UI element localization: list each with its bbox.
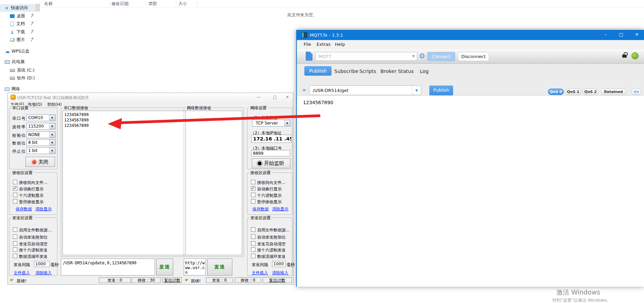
save-data-link[interactable]: 保存数据 xyxy=(16,206,32,212)
net-interval-input[interactable]: 1000 xyxy=(272,261,286,267)
net-clear-display-link[interactable]: 清除显示 xyxy=(272,206,288,212)
net-recv-textarea[interactable] xyxy=(185,111,242,255)
net-auto-linefeed-checkbox[interactable] xyxy=(251,186,255,191)
column-header-date[interactable]: 修改日期 xyxy=(111,0,128,7)
dropdown-arrow-icon[interactable] xyxy=(49,115,55,120)
hex-display-checkbox[interactable] xyxy=(13,193,17,197)
qos2-button[interactable]: QoS 2 xyxy=(583,89,598,95)
mqtt-menu-help[interactable]: Help xyxy=(335,42,345,47)
mqtt-maximize-button[interactable]: □ xyxy=(613,30,629,40)
net-auto-clear-checkbox[interactable] xyxy=(251,241,255,246)
auto-linefeed-checkbox[interactable] xyxy=(13,186,17,191)
net-send-button[interactable]: 发送 xyxy=(207,259,232,276)
serial-send-button[interactable]: 发送 xyxy=(156,259,173,276)
load-file-link[interactable]: 文件载入 xyxy=(14,270,30,276)
tab-subscribe[interactable]: Subscribe xyxy=(334,69,358,74)
usr-menu-options[interactable]: 选项(O) xyxy=(28,102,42,108)
serial-recv-textarea[interactable]: 1234567890 1234567890 1234567890 xyxy=(62,111,190,255)
sidebar-item-downloads[interactable]: ↓ 下载 xyxy=(0,28,35,36)
sidebar-item-drive-d[interactable]: 软件 (D:) xyxy=(0,74,35,82)
usr-menu-help[interactable]: 帮助(H) xyxy=(47,102,61,108)
usr-maximize-button[interactable]: □ xyxy=(269,93,281,101)
interval-input[interactable]: 1000 xyxy=(34,261,50,267)
local-ip-input[interactable]: 172.16 .11 .45 xyxy=(251,135,291,143)
dropdown-arrow-icon[interactable] xyxy=(49,140,55,145)
recv-to-file-checkbox[interactable] xyxy=(13,180,17,184)
column-header-size[interactable]: 大小 xyxy=(178,0,187,7)
sidebar-scrollbar[interactable] xyxy=(35,4,40,12)
protocol-select[interactable]: TCP Server xyxy=(252,119,291,127)
parity-select[interactable]: NONE xyxy=(26,131,56,138)
clear-input-link[interactable]: 清除输入 xyxy=(35,270,52,276)
net-auto-send-suffix-checkbox[interactable] xyxy=(251,234,255,239)
net-recv-to-file-checkbox[interactable] xyxy=(251,180,255,184)
loop-send-checkbox[interactable] xyxy=(13,254,17,258)
dropdown-arrow-icon[interactable]: ▼ xyxy=(412,54,415,58)
tab-broker-status[interactable]: Broker Status xyxy=(380,69,414,74)
data-bits-select[interactable]: 8 bit xyxy=(26,139,56,146)
profile-select[interactable]: MQTT ▼ xyxy=(315,52,417,61)
sidebar-item-documents[interactable]: 文档 xyxy=(0,20,35,28)
baud-rate-select[interactable]: 115200 xyxy=(26,123,56,130)
sidebar-item-network[interactable]: 网络 xyxy=(0,85,35,93)
publish-options-gear-button[interactable]: ⚙▾ xyxy=(631,89,641,95)
mqtt-menu-extras[interactable]: Extras xyxy=(317,42,330,47)
hex-send-checkbox[interactable] xyxy=(13,247,17,252)
close-serial-button[interactable]: 关闭 xyxy=(25,157,55,167)
tab-scripts[interactable]: Scripts xyxy=(359,69,376,74)
mqtt-titlebar[interactable]: MQTT.fx - 1.3.1 – □ ✕ xyxy=(297,30,644,40)
clear-display-link[interactable]: 清除显示 xyxy=(35,206,52,212)
auto-send-suffix-checkbox[interactable] xyxy=(13,234,17,239)
connect-button[interactable]: Connect xyxy=(427,52,455,61)
stop-bits-select[interactable]: 1 bit xyxy=(26,147,56,154)
collapse-chevron-icon[interactable]: » xyxy=(302,87,306,93)
retained-button[interactable]: Retained xyxy=(601,89,626,95)
net-hex-display-checkbox[interactable] xyxy=(251,193,255,197)
net-file-data-source-checkbox[interactable] xyxy=(251,227,255,232)
disconnect-button[interactable]: Disconnect xyxy=(458,52,489,61)
usr-minimize-button[interactable]: — xyxy=(253,93,264,101)
sidebar-item-desktop[interactable]: 桌面 xyxy=(0,12,35,20)
serial-send-input[interactable]: /USR-DR514/update,0,1234567890 xyxy=(61,259,155,276)
net-loop-send-checkbox[interactable] xyxy=(251,254,255,258)
usr-close-button[interactable]: ✕ xyxy=(282,93,293,101)
pause-recv-checkbox[interactable] xyxy=(13,199,17,204)
publish-topic-input[interactable]: /USR-DR514/get ▼ xyxy=(309,86,421,95)
mqtt-close-button[interactable]: ✕ xyxy=(629,30,644,40)
dropdown-arrow-icon[interactable]: ▼ xyxy=(412,86,421,95)
publish-button[interactable]: Publish xyxy=(429,86,453,95)
net-load-file-link[interactable]: 文件载入 xyxy=(252,270,268,276)
settings-gear-icon[interactable]: ⚙ xyxy=(419,52,425,60)
net-save-data-link[interactable]: 保存数据 xyxy=(252,206,269,212)
usr-titlebar[interactable]: USR-TCP232-Test 串口转网络调试助手 — □ ✕ xyxy=(8,93,293,101)
start-listen-button[interactable]: 开始监听 xyxy=(252,158,290,168)
dropdown-arrow-icon[interactable] xyxy=(49,148,55,153)
sidebar-item-drive-c[interactable]: 系统 (C:) xyxy=(0,67,35,74)
dropdown-arrow-icon[interactable] xyxy=(49,124,55,129)
net-pause-recv-checkbox[interactable] xyxy=(251,199,255,204)
mqtt-menu-file[interactable]: File xyxy=(304,42,311,47)
file-data-source-checkbox[interactable] xyxy=(13,227,17,232)
qos1-button[interactable]: QoS 1 xyxy=(565,89,581,95)
column-header-type[interactable]: 类型 xyxy=(148,0,157,7)
com-port-select[interactable]: COM10 xyxy=(26,114,56,121)
tab-publish[interactable]: Publish xyxy=(304,66,332,76)
local-port-input[interactable]: 8899 xyxy=(251,150,290,156)
serial-reset-counter-button[interactable]: 复位计数 xyxy=(162,277,182,283)
sidebar-item-pictures[interactable]: 图片 xyxy=(0,36,35,44)
column-header-name[interactable]: 名称 xyxy=(44,0,53,7)
mqtt-minimize-button[interactable]: – xyxy=(598,30,613,40)
sidebar-item-wps-cloud[interactable]: ☁ WPS云盘 xyxy=(0,48,35,55)
qos0-button[interactable]: QoS 0 xyxy=(548,89,564,95)
publish-payload-editor[interactable]: 1234567890 xyxy=(297,95,644,287)
net-hex-send-checkbox[interactable] xyxy=(251,247,255,252)
sidebar-item-this-pc[interactable]: 此电脑 xyxy=(0,58,35,66)
net-clear-input-link[interactable]: 清除输入 xyxy=(272,270,288,276)
net-reset-counter-button[interactable]: 复位计数 xyxy=(263,277,292,283)
tab-log[interactable]: Log xyxy=(420,69,429,74)
dropdown-arrow-icon[interactable] xyxy=(284,120,290,126)
net-send-input[interactable]: http://www.usr.cn xyxy=(184,259,206,276)
auto-clear-checkbox[interactable] xyxy=(13,241,17,246)
sidebar-item-quick-access[interactable]: ★ 快速访问 xyxy=(0,4,35,12)
dropdown-arrow-icon[interactable] xyxy=(49,132,55,137)
